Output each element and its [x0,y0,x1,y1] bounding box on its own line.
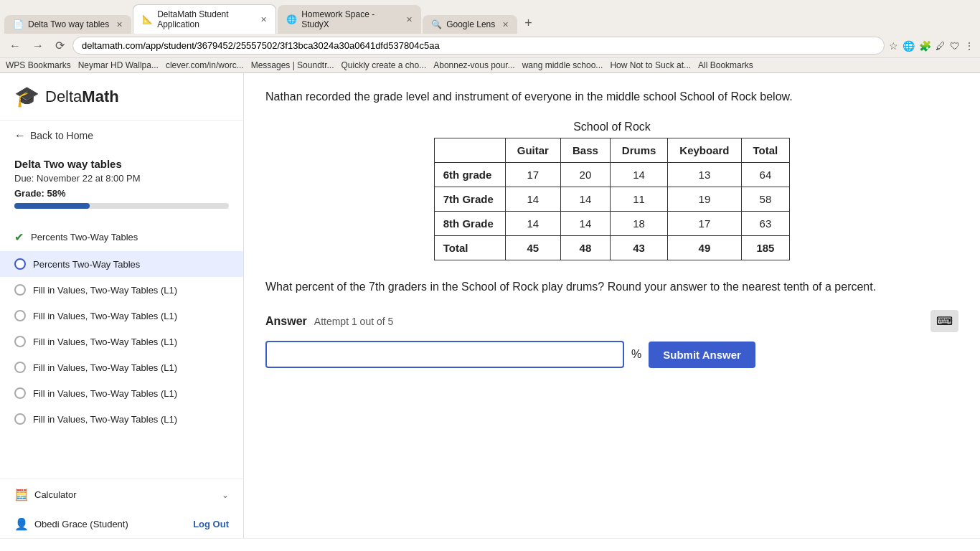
tab-label-1: Delta Two way tables [28,19,109,29]
back-button[interactable]: ← [6,38,24,54]
tab-google-lens[interactable]: 🔍 Google Lens ✕ [423,15,517,34]
extension-icon-3[interactable]: 🖊 [936,40,946,52]
question-text: What percent of the 7th graders in the S… [265,278,958,296]
percent-symbol: % [631,348,641,361]
sidebar-item-fill-3[interactable]: Fill in Values, Two-Way Tables (L1) [0,329,243,354]
toolbar-icons: ☆ 🌐 🧩 🖊 🛡 ⋮ [889,40,974,52]
tab-favicon-3: 🌐 [286,14,297,24]
user-row: 👤 Obedi Grace (Student) Log Out [0,510,243,538]
cell-8th-guitar: 14 [505,211,560,235]
due-label: Due: [14,173,34,184]
bookmark-neymar[interactable]: Neymar HD Wallpa... [78,60,159,70]
chevron-down-icon: ⌄ [222,490,229,500]
sidebar-item-label-4: Fill in Values, Two-Way Tables (L1) [33,311,177,321]
tab-homework-space[interactable]: 🌐 Homework Space - StudyX ✕ [278,5,421,34]
tab-label-4: Google Lens [446,19,495,29]
bookmark-messages[interactable]: Messages | Soundtr... [251,60,334,70]
table-header-row: Guitar Bass Drums Keyboard Total [434,138,790,162]
logout-button[interactable]: Log Out [193,519,229,529]
bookmark-icon[interactable]: ☆ [889,40,898,52]
inactive-circle-icon-3 [14,336,26,347]
bookmark-all[interactable]: All Bookmarks [698,60,753,70]
bookmarks-bar: WPS Bookmarks Neymar HD Wallpa... clever… [0,57,980,72]
tab-deltamath-student[interactable]: 📐 DeltaMath Student Application ✕ [133,4,276,34]
cell-6th-total: 64 [741,162,790,187]
active-circle-icon [14,258,26,270]
assignment-grade: Grade: 58% [14,188,229,199]
tab-close-1[interactable]: ✕ [116,20,123,29]
back-to-home-link[interactable]: ← Back to Home [0,121,243,151]
row-label-8th: 8th Grade [434,211,505,235]
input-row: % Submit Answer [265,341,958,368]
calculator-row[interactable]: 🧮 Calculator ⌄ [0,479,243,510]
tab-close-3[interactable]: ✕ [406,15,413,24]
sidebar-item-label-2: Percents Two-Way Tables [33,259,140,270]
tab-bar: 📄 Delta Two way tables ✕ 📐 DeltaMath Stu… [0,0,980,34]
cell-7th-total: 58 [741,187,790,211]
bookmark-wps[interactable]: WPS Bookmarks [6,60,71,70]
cell-8th-bass: 14 [560,211,610,235]
reload-button[interactable]: ⟳ [52,37,68,54]
user-name: Obedi Grace (Student) [34,519,128,529]
sidebar-item-percents-active[interactable]: Percents Two-Way Tables [0,251,243,277]
sidebar-item-fill-2[interactable]: Fill in Values, Two-Way Tables (L1) [0,303,243,329]
forward-button[interactable]: → [29,38,47,54]
sidebar-item-fill-4[interactable]: Fill in Values, Two-Way Tables (L1) [0,354,243,380]
bookmark-abonnez[interactable]: Abonnez-vous pour... [433,60,514,70]
logo-delta: Delta [45,88,82,105]
bookmark-how-not[interactable]: How Not to Suck at... [610,60,691,70]
cell-6th-bass: 20 [560,162,610,187]
cell-8th-total: 63 [741,211,790,235]
sidebar-item-label-6: Fill in Values, Two-Way Tables (L1) [33,362,177,373]
cell-8th-keyboard: 17 [668,211,741,235]
sidebar-item-label-1: Percents Two-Way Tables [31,232,138,242]
row-label-total: Total [434,235,505,260]
tab-favicon-4: 🔍 [431,19,442,29]
keyboard-icon-button[interactable]: ⌨ [930,310,958,332]
bookmark-quickly[interactable]: Quickly create a cho... [341,60,427,70]
row-label-7th: 7th Grade [434,187,505,211]
progress-bar-fill [14,203,90,209]
extension-icon-1[interactable]: 🌐 [903,40,915,52]
cell-total-guitar: 45 [505,235,560,260]
sidebar-item-percents-complete[interactable]: ✔ Percents Two-Way Tables [0,223,243,251]
answer-label-row: Answer Attempt 1 out of 5 ⌨ [265,310,958,332]
cell-7th-guitar: 14 [505,187,560,211]
table-row: Total 45 48 43 49 185 [434,235,790,260]
logo-area: 🎓 DeltaMath [0,73,243,121]
tab-delta-two-way[interactable]: 📄 Delta Two way tables ✕ [4,15,131,34]
cell-6th-drums: 14 [610,162,668,187]
extension-icon-4[interactable]: 🛡 [950,40,960,52]
cell-6th-keyboard: 13 [668,162,741,187]
address-bar[interactable] [72,37,885,55]
table-row: 7th Grade 14 14 11 19 58 [434,187,790,211]
new-tab-button[interactable]: + [519,13,538,34]
sidebar-item-label-8: Fill in Values, Two-Way Tables (L1) [33,414,177,425]
submit-answer-button[interactable]: Submit Answer [649,342,755,368]
answer-input[interactable] [265,341,624,368]
calculator-icon: 🧮 [14,488,29,501]
due-date: November 22 at 8:00 PM [37,173,141,184]
cell-total-keyboard: 49 [668,235,741,260]
data-table: Guitar Bass Drums Keyboard Total 6th gra… [434,138,791,260]
tab-close-4[interactable]: ✕ [502,20,509,29]
tab-favicon-1: 📄 [13,19,24,29]
sidebar-item-fill-5[interactable]: Fill in Values, Two-Way Tables (L1) [0,380,243,406]
extension-icon-2[interactable]: 🧩 [919,40,931,52]
sidebar-bottom: 🧮 Calculator ⌄ 👤 Obedi Grace (Student) L… [0,479,243,538]
user-label: 👤 Obedi Grace (Student) [14,517,128,531]
sidebar-item-label-3: Fill in Values, Two-Way Tables (L1) [33,285,177,296]
assignment-title: Delta Two way tables [14,158,229,170]
bookmark-wang[interactable]: wang middle schoo... [522,60,603,70]
bookmark-clever[interactable]: clever.com/in/worc... [166,60,244,70]
browser-chrome: 📄 Delta Two way tables ✕ 📐 DeltaMath Stu… [0,0,980,73]
sidebar-item-fill-1[interactable]: Fill in Values, Two-Way Tables (L1) [0,277,243,303]
menu-icon[interactable]: ⋮ [964,40,974,52]
table-header-guitar: Guitar [505,138,560,162]
sidebar-item-fill-6[interactable]: Fill in Values, Two-Way Tables (L1) [0,406,243,432]
tab-close-2[interactable]: ✕ [260,15,267,24]
cell-8th-drums: 18 [610,211,668,235]
tab-label-2: DeltaMath Student Application [157,9,253,29]
calculator-label: 🧮 Calculator [14,488,77,501]
table-header-total: Total [741,138,790,162]
